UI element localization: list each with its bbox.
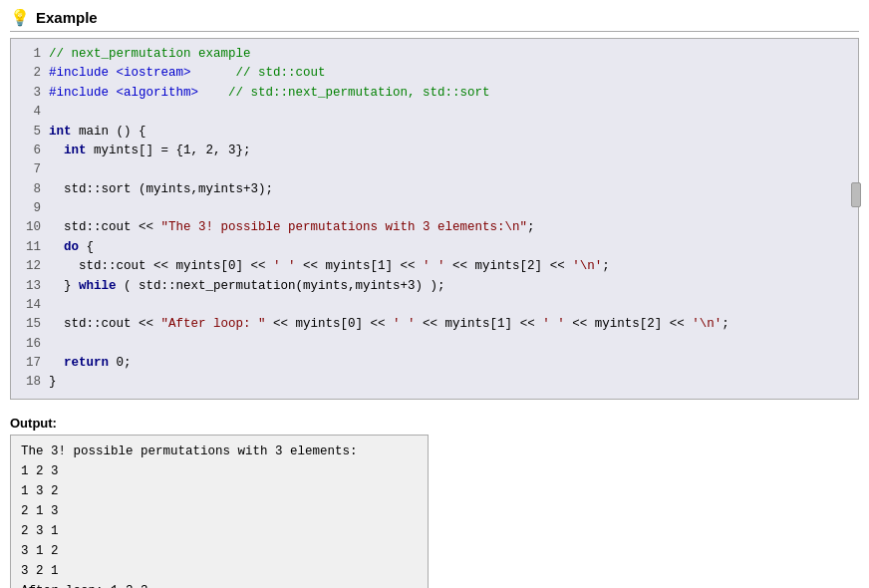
code-line: 4 (21, 103, 848, 122)
code-content (49, 160, 848, 179)
code-content: // next_permutation example (49, 45, 848, 64)
output-label: Output: (10, 416, 859, 431)
code-content: int main () { (49, 123, 848, 142)
code-line: 18} (21, 373, 848, 392)
output-box: The 3! possible permutations with 3 elem… (10, 435, 429, 588)
code-line: 7 (21, 160, 848, 179)
output-line: The 3! possible permutations with 3 elem… (21, 441, 418, 461)
code-content: std::cout << myints[0] << ' ' << myints[… (49, 257, 848, 276)
code-line: 16 (21, 335, 848, 354)
code-box: 1// next_permutation example2#include <i… (10, 38, 859, 400)
code-content: do { (49, 238, 848, 257)
code-content (49, 335, 848, 354)
line-number: 2 (21, 64, 41, 83)
code-line: 8 std::sort (myints,myints+3); (21, 180, 848, 199)
line-number: 1 (21, 45, 41, 64)
bulb-icon: 💡 (10, 8, 30, 27)
code-content: std::sort (myints,myints+3); (49, 180, 848, 199)
line-number: 12 (21, 257, 41, 276)
output-line: After loop: 1 2 3 (21, 581, 418, 588)
code-line: 15 std::cout << "After loop: " << myints… (21, 315, 848, 334)
line-number: 5 (21, 123, 41, 142)
code-wrapper: 1// next_permutation example2#include <i… (10, 38, 859, 400)
code-line: 14 (21, 296, 848, 315)
output-line: 2 1 3 (21, 501, 418, 521)
page-container: 💡 Example 1// next_permutation example2#… (0, 0, 869, 588)
output-line: 1 3 2 (21, 481, 418, 501)
code-content: #include <iostream> // std::cout (49, 64, 848, 83)
output-line: 3 2 1 (21, 561, 418, 581)
line-number: 6 (21, 142, 41, 160)
line-number: 4 (21, 103, 41, 122)
line-number: 17 (21, 354, 41, 373)
code-content: #include <algorithm> // std::next_permut… (49, 84, 848, 103)
line-number: 10 (21, 218, 41, 237)
code-line: 12 std::cout << myints[0] << ' ' << myin… (21, 257, 848, 276)
output-line: 1 2 3 (21, 461, 418, 481)
line-number: 15 (21, 315, 41, 334)
code-content: } (49, 373, 848, 392)
output-line: 3 1 2 (21, 541, 418, 561)
code-line: 5int main () { (21, 123, 848, 142)
code-content: std::cout << "The 3! possible permutatio… (49, 218, 848, 237)
scrollbar[interactable] (851, 182, 861, 207)
example-header: 💡 Example (10, 8, 859, 32)
line-number: 16 (21, 335, 41, 354)
code-content (49, 199, 848, 218)
output-line: 2 3 1 (21, 521, 418, 541)
code-line: 2#include <iostream> // std::cout (21, 64, 848, 83)
code-line: 1// next_permutation example (21, 45, 848, 64)
code-content (49, 103, 848, 122)
line-number: 18 (21, 373, 41, 392)
code-content: } while ( std::next_permutation(myints,m… (49, 277, 848, 296)
code-line: 17 return 0; (21, 354, 848, 373)
code-content (49, 296, 848, 315)
line-number: 3 (21, 84, 41, 103)
output-section: Output: The 3! possible permutations wit… (10, 416, 859, 588)
code-content: std::cout << "After loop: " << myints[0]… (49, 315, 848, 334)
line-number: 9 (21, 199, 41, 218)
code-line: 3#include <algorithm> // std::next_permu… (21, 84, 848, 103)
line-number: 14 (21, 296, 41, 315)
code-line: 11 do { (21, 238, 848, 257)
line-number: 11 (21, 238, 41, 257)
code-line: 9 (21, 199, 848, 218)
code-content: int myints[] = {1, 2, 3}; (49, 142, 848, 160)
code-line: 13 } while ( std::next_permutation(myint… (21, 277, 848, 296)
code-line: 10 std::cout << "The 3! possible permuta… (21, 218, 848, 237)
code-line: 6 int myints[] = {1, 2, 3}; (21, 142, 848, 160)
code-content: return 0; (49, 354, 848, 373)
example-title: Example (36, 9, 98, 26)
line-number: 13 (21, 277, 41, 296)
line-number: 7 (21, 160, 41, 179)
line-number: 8 (21, 180, 41, 199)
